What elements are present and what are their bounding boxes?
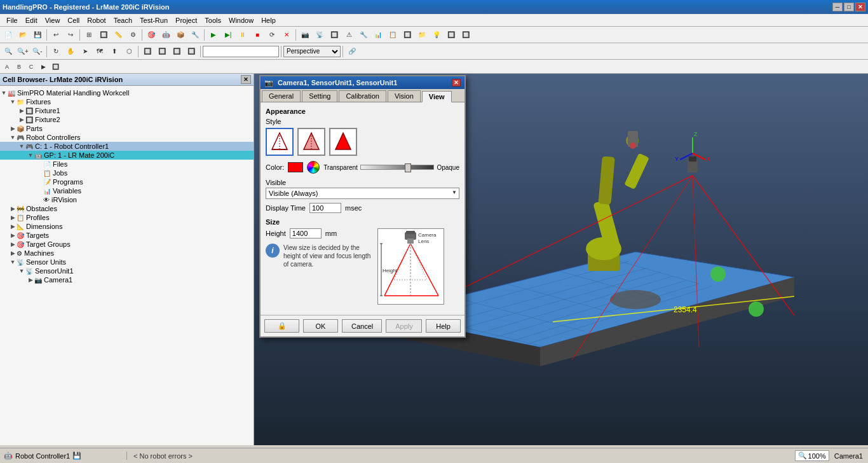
tb-open[interactable]: 📂 (16, 28, 30, 42)
tb2-select[interactable]: ➤ (78, 45, 92, 59)
tb-more5[interactable]: 📋 (386, 28, 400, 42)
tb-more4[interactable]: 📊 (371, 28, 385, 42)
maximize-button[interactable]: □ (844, 3, 854, 11)
tree-node[interactable]: ▼ 📁 Fixtures (0, 97, 254, 106)
tb2-more4[interactable]: 🔲 (184, 45, 198, 59)
tb-save[interactable]: 💾 (31, 28, 44, 42)
tab-calibration[interactable]: Calibration (339, 90, 386, 102)
tree-node[interactable]: ▼ 🎮 C: 1 - Robot Controller1 (0, 142, 254, 151)
tree-node[interactable]: 📊 Variables (0, 186, 254, 195)
tree-node[interactable]: ▶ 🔲 Fixture1 (0, 106, 254, 115)
lock-button[interactable]: 🔒 (264, 319, 299, 333)
menu-project[interactable]: Project (172, 16, 201, 25)
menu-help[interactable]: Help (257, 16, 280, 25)
menu-file[interactable]: File (3, 16, 22, 25)
tree-area[interactable]: ▼ 🏭 SimPRO Material Handling Workcell ▼ … (0, 86, 254, 445)
toolbar-path-input[interactable] (203, 46, 279, 57)
tb2-zoom-out[interactable]: 🔍- (31, 45, 44, 59)
tb-measure[interactable]: 📏 (111, 28, 125, 42)
tb2-more3[interactable]: 🔲 (170, 45, 184, 59)
tree-node[interactable]: ▼ 🤖 GP: 1 - LR Mate 200iC (0, 151, 254, 160)
tree-node[interactable]: ▶ 📋 Profiles (0, 213, 254, 222)
tb-sensor[interactable]: 📡 (313, 28, 327, 42)
cancel-button[interactable]: Cancel (342, 319, 382, 333)
close-button[interactable]: ✕ (855, 3, 865, 11)
tb-part[interactable]: 📦 (173, 28, 187, 42)
slider-thumb[interactable] (405, 163, 411, 172)
display-time-input[interactable] (309, 203, 341, 213)
tb-fixture[interactable]: 🔧 (188, 28, 202, 42)
menu-teach[interactable]: Teach (110, 16, 136, 25)
tb3-b[interactable]: B (13, 61, 25, 73)
tb-more10[interactable]: 🔲 (459, 28, 473, 42)
tb2-view3d[interactable]: 🗺 (93, 45, 107, 59)
slider-track[interactable] (360, 165, 435, 170)
tb-snap[interactable]: 🔲 (97, 28, 111, 42)
tb-grid[interactable]: ⊞ (82, 28, 96, 42)
style-option-2[interactable] (297, 128, 325, 156)
tb2-more2[interactable]: 🔲 (155, 45, 169, 59)
style-option-3[interactable] (329, 128, 357, 156)
tb2-rotate[interactable]: ↻ (49, 45, 63, 59)
menu-robot[interactable]: Robot (83, 16, 109, 25)
tb2-wire[interactable]: ⬡ (122, 45, 136, 59)
apply-button[interactable]: Apply (386, 319, 422, 333)
tb-x-mark[interactable]: ✕ (280, 28, 294, 42)
tb-undo[interactable]: ↩ (49, 28, 63, 42)
help-button[interactable]: Help (426, 319, 461, 333)
tb-reset[interactable]: ⟳ (265, 28, 279, 42)
tree-node[interactable]: ▼ 📡 Sensor Units (0, 258, 254, 266)
tb-more6[interactable]: 🔲 (400, 28, 414, 42)
tb-play[interactable]: ▶ (207, 28, 220, 42)
visible-dropdown[interactable]: Visible (Always) Visible (When Selected)… (266, 188, 459, 199)
color-wheel[interactable] (307, 161, 320, 174)
tab-setting[interactable]: Setting (302, 90, 337, 102)
tb-step[interactable]: ▶| (221, 28, 235, 42)
tree-node[interactable]: ▼ 🏭 SimPRO Material Handling Workcell (0, 88, 254, 97)
tree-node[interactable]: ▼ 📡 SensorUnit1 (0, 266, 254, 275)
tree-node[interactable]: 📄 Files (0, 160, 254, 169)
tb3-a[interactable]: A (1, 61, 13, 73)
tb-settings[interactable]: ⚙ (126, 28, 140, 42)
tb3-e[interactable]: 🔲 (50, 61, 61, 73)
tb-more7[interactable]: 📁 (415, 28, 429, 42)
tb-more2[interactable]: ⚠ (342, 28, 356, 42)
tb-redo[interactable]: ↪ (64, 28, 78, 42)
tb-more1[interactable]: 🔲 (327, 28, 341, 42)
menu-window[interactable]: Window (225, 16, 257, 25)
menu-test-run[interactable]: Test-Run (136, 16, 172, 25)
tb2-zoom-in[interactable]: 🔍+ (16, 45, 30, 59)
tab-view[interactable]: View (422, 91, 452, 102)
menu-view[interactable]: View (41, 16, 64, 25)
menu-tools[interactable]: Tools (201, 16, 225, 25)
ok-button[interactable]: OK (303, 319, 338, 333)
menu-cell[interactable]: Cell (64, 16, 83, 25)
color-swatch[interactable] (288, 162, 303, 172)
toolbar-view-select[interactable]: Perspective (283, 46, 341, 57)
tb-new[interactable]: 📄 (1, 28, 15, 42)
style-option-1[interactable] (266, 128, 294, 156)
menu-edit[interactable]: Edit (22, 16, 41, 25)
tb-pause[interactable]: ⏸ (236, 28, 250, 42)
tb2-more1[interactable]: 🔲 (140, 45, 154, 59)
tab-vision[interactable]: Vision (388, 90, 421, 102)
tb-more9[interactable]: 🔲 (444, 28, 458, 42)
tb3-d[interactable]: ▶ (37, 61, 49, 73)
tree-node[interactable]: ▶ 📷 Camera1 (0, 275, 254, 284)
tb2-zoom-fit[interactable]: 🔍 (1, 45, 15, 59)
tb-robot[interactable]: 🤖 (159, 28, 173, 42)
tab-general[interactable]: General (262, 90, 301, 102)
tb-stop[interactable]: ■ (250, 28, 264, 42)
tb2-top[interactable]: ⬆ (107, 45, 121, 59)
dialog-close-button[interactable]: ✕ (452, 79, 461, 86)
tb3-c[interactable]: C (25, 61, 37, 73)
tree-node[interactable]: 👁 iRVision (0, 195, 254, 204)
tree-node[interactable]: ▶ 📐 Dimensions (0, 222, 254, 231)
tree-node[interactable]: ▶ ⚙ Machines (0, 249, 254, 258)
tree-node[interactable]: ▶ 🎯 Targets (0, 231, 254, 240)
tree-node[interactable]: ▶ 📦 Parts (0, 124, 254, 133)
tb-more3[interactable]: 🔧 (356, 28, 370, 42)
tb-target[interactable]: 🎯 (144, 28, 158, 42)
height-input[interactable] (290, 228, 322, 238)
tb2-pan[interactable]: ✋ (64, 45, 78, 59)
